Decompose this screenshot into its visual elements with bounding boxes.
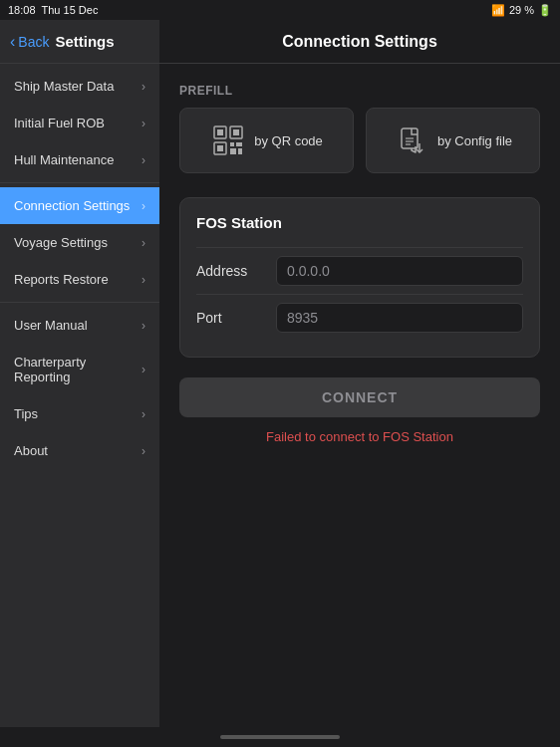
- config-file-label: by Config file: [437, 133, 512, 148]
- sidebar-item-connection-settings[interactable]: Connection Settings ›: [0, 187, 159, 224]
- wifi-icon: 📶: [491, 4, 505, 17]
- chevron-right-icon: ›: [141, 117, 145, 130]
- svg-rect-8: [230, 148, 236, 154]
- sidebar-item-about[interactable]: About ›: [0, 432, 159, 469]
- config-icon: [394, 123, 429, 158]
- prefill-buttons: by QR code: [179, 108, 540, 173]
- qr-icon: [210, 123, 246, 158]
- sidebar-item-tips[interactable]: Tips ›: [0, 395, 159, 432]
- app-container: ‹ Back Settings Ship Master Data › Initi…: [0, 20, 560, 727]
- status-bar: 18:08 Thu 15 Dec 📶 29 % 🔋: [0, 0, 560, 20]
- battery-level: 29 %: [509, 4, 534, 16]
- back-label: Back: [18, 34, 49, 50]
- main-header: Connection Settings: [159, 20, 560, 64]
- sidebar-item-reports-restore[interactable]: Reports Restore ›: [0, 261, 159, 298]
- connect-button[interactable]: CONNECT: [179, 377, 540, 417]
- sidebar-header: ‹ Back Settings: [0, 20, 159, 64]
- chevron-right-icon: ›: [141, 444, 145, 458]
- sidebar-item-voyage-settings[interactable]: Voyage Settings ›: [0, 224, 159, 261]
- address-label: Address: [196, 263, 276, 279]
- status-time: 18:08: [8, 4, 36, 16]
- sidebar-nav: Ship Master Data › Initial Fuel ROB › Hu…: [0, 64, 159, 727]
- chevron-right-icon: ›: [141, 407, 145, 421]
- sidebar: ‹ Back Settings Ship Master Data › Initi…: [0, 20, 159, 727]
- svg-rect-5: [217, 145, 223, 151]
- fos-station-card: FOS Station Address Port: [179, 197, 540, 358]
- status-date: Thu 15 Dec: [42, 4, 99, 16]
- qr-code-label: by QR code: [254, 133, 323, 148]
- back-chevron-icon: ‹: [10, 33, 15, 51]
- chevron-right-icon: ›: [141, 153, 145, 167]
- main-body: PREFILL: [159, 64, 560, 727]
- address-input[interactable]: [276, 256, 523, 286]
- main-content: Connection Settings PREFILL: [159, 20, 560, 727]
- page-title: Connection Settings: [282, 33, 437, 51]
- sidebar-divider: [0, 182, 159, 183]
- svg-rect-6: [230, 142, 234, 146]
- battery-icon: 🔋: [538, 4, 552, 17]
- port-label: Port: [196, 310, 276, 326]
- chevron-right-icon: ›: [141, 199, 145, 213]
- qr-code-button[interactable]: by QR code: [179, 108, 354, 173]
- chevron-right-icon: ›: [141, 363, 145, 376]
- svg-rect-3: [233, 129, 239, 135]
- sidebar-divider: [0, 302, 159, 303]
- port-input[interactable]: [276, 303, 523, 333]
- sidebar-item-initial-fuel-rob[interactable]: Initial Fuel ROB ›: [0, 105, 159, 141]
- sidebar-title: Settings: [55, 33, 114, 50]
- home-indicator: [220, 735, 340, 739]
- prefill-label: PREFILL: [179, 84, 540, 98]
- sidebar-item-ship-master-data[interactable]: Ship Master Data ›: [0, 68, 159, 105]
- svg-rect-1: [217, 129, 223, 135]
- fos-card-title: FOS Station: [196, 214, 523, 231]
- chevron-right-icon: ›: [141, 236, 145, 250]
- back-button[interactable]: ‹ Back: [10, 33, 49, 51]
- chevron-right-icon: ›: [141, 80, 145, 94]
- sidebar-item-user-manual[interactable]: User Manual ›: [0, 307, 159, 344]
- port-row: Port: [196, 294, 523, 341]
- error-message: Failed to connect to FOS Station: [179, 429, 540, 444]
- svg-rect-9: [238, 148, 242, 154]
- address-row: Address: [196, 247, 523, 294]
- chevron-right-icon: ›: [141, 319, 145, 333]
- bottom-bar: [0, 727, 560, 747]
- svg-rect-7: [236, 142, 242, 146]
- chevron-right-icon: ›: [141, 273, 145, 287]
- sidebar-item-hull-maintenance[interactable]: Hull Maintenance ›: [0, 141, 159, 178]
- sidebar-item-charterparty-reporting[interactable]: Charterparty Reporting ›: [0, 344, 159, 395]
- config-file-button[interactable]: by Config file: [366, 108, 540, 173]
